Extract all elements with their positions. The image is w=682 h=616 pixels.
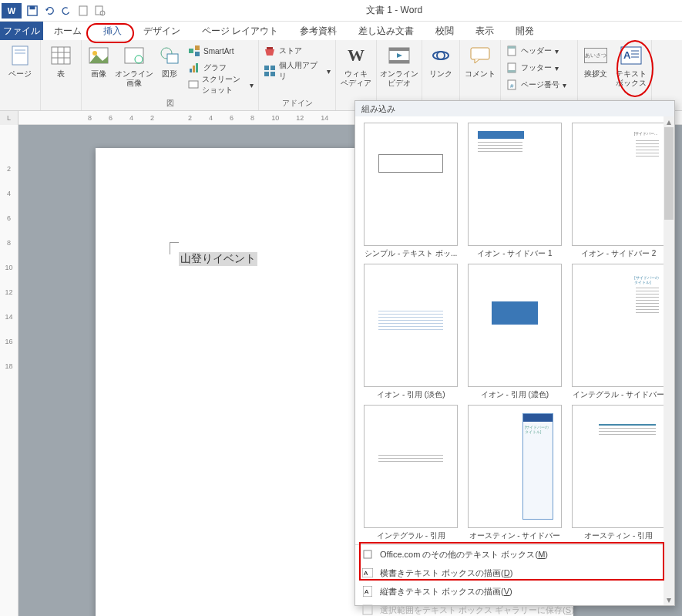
shapes-label: 図形 <box>162 69 177 79</box>
svg-rect-38 <box>508 46 516 49</box>
quick-access-toolbar <box>26 5 106 17</box>
tab-view[interactable]: 表示 <box>465 22 505 40</box>
svg-rect-27 <box>264 66 269 70</box>
ruler-mark: 12 <box>5 288 12 296</box>
tab-layout[interactable]: ページ レイアウト <box>191 22 289 40</box>
greeting-icon: あいさつ <box>583 43 608 68</box>
draw-horizontal-textbox-button[interactable]: A 横書きテキスト ボックスの描画(D) <box>355 564 674 582</box>
group-addins: ストア 個人用アプリ ▾ アドイン <box>259 40 336 110</box>
wikipedia-button[interactable]: W ウィキ ペディア <box>341 43 371 88</box>
tab-file[interactable]: ファイル <box>0 22 43 40</box>
textbox-button[interactable]: A テキスト ボックス <box>616 43 647 88</box>
tab-home[interactable]: ホーム <box>43 22 92 40</box>
save-selection-button[interactable]: 選択範囲をテキスト ボックス ギャラリーに保存(S) <box>355 601 674 616</box>
link-label: リンク <box>429 69 452 79</box>
tab-review[interactable]: 校閲 <box>425 22 465 40</box>
document-body-text[interactable]: 山登りイベント <box>179 252 257 266</box>
gallery-item-ion-sidebar1[interactable]: イオン - サイドバー 1 <box>465 123 565 259</box>
myapps-button[interactable]: 個人用アプリ ▾ <box>264 63 331 79</box>
picture-button[interactable]: 画像 <box>86 43 111 79</box>
gallery-item-ion-quote-light[interactable]: イオン - 引用 (淡色) <box>361 264 461 400</box>
gallery-item-integral-sidebar[interactable]: [サイドバーのタイトル] インテグラル - サイドバー <box>569 264 668 400</box>
gallery-scrollbar[interactable]: ▴ ▾ <box>664 116 674 605</box>
header-label: ヘッダー <box>521 45 552 56</box>
print-preview-icon[interactable] <box>94 5 106 17</box>
tab-mailings[interactable]: 差し込み文書 <box>348 22 425 40</box>
footer-button[interactable]: フッター ▾ <box>506 60 573 76</box>
save-selection-label: 選択範囲をテキスト ボックス ギャラリーに保存(S) <box>380 604 574 616</box>
footer-label: フッター <box>521 62 552 73</box>
svg-rect-6 <box>15 49 25 51</box>
header-button[interactable]: ヘッダー ▾ <box>506 43 573 59</box>
cursor-mark <box>170 242 179 243</box>
pagenum-label: ページ番号 <box>521 79 559 90</box>
redo-icon[interactable] <box>60 5 72 17</box>
textbox-label: テキスト ボックス <box>616 69 647 88</box>
online-picture-button[interactable]: オンライン 画像 <box>117 43 151 88</box>
tab-references[interactable]: 参考資料 <box>289 22 348 40</box>
svg-rect-24 <box>196 63 198 72</box>
svg-rect-36 <box>471 48 489 59</box>
myapps-icon <box>264 65 276 77</box>
tab-design[interactable]: デザイン <box>133 22 191 40</box>
gallery-item-ion-sidebar2[interactable]: [サイドバー... イオン - サイドバー 2 <box>569 123 668 259</box>
draw-vertical-textbox-button[interactable]: A 縦書きテキスト ボックスの描画(V) <box>355 582 674 601</box>
header-icon <box>506 45 518 57</box>
svg-rect-20 <box>195 45 200 50</box>
tab-developer[interactable]: 開発 <box>505 22 545 40</box>
gallery-item-austin-sidebar[interactable]: [サイドバーのタイトル] オースティン - サイドバー <box>465 405 565 541</box>
svg-rect-18 <box>167 54 178 63</box>
screenshot-label: スクリーンショット <box>202 74 247 96</box>
screenshot-button[interactable]: スクリーンショット ▾ <box>188 77 254 93</box>
svg-text:A: A <box>365 588 369 595</box>
chart-button[interactable]: グラフ <box>188 60 254 76</box>
table-button[interactable]: 表 <box>45 43 76 79</box>
ruler-mark: 10 <box>5 264 12 271</box>
ruler-corner: L <box>0 111 18 125</box>
gallery-item-ion-quote-dark[interactable]: イオン - 引用 (濃色) <box>465 264 565 400</box>
ruler-mark: 6 <box>230 114 233 122</box>
svg-rect-30 <box>270 72 275 76</box>
scrollbar-thumb[interactable] <box>664 127 674 220</box>
new-doc-icon[interactable] <box>77 5 89 17</box>
save-icon[interactable] <box>26 5 39 17</box>
ruler-mark: 14 <box>321 114 328 122</box>
shapes-button[interactable]: 図形 <box>157 43 182 79</box>
gallery-item-austin-quote[interactable]: オースティン - 引用 <box>569 405 668 541</box>
svg-text:#: # <box>510 82 514 89</box>
video-icon <box>387 43 412 68</box>
picture-label: 画像 <box>91 69 106 79</box>
store-icon <box>264 45 276 57</box>
shapes-icon <box>157 43 182 68</box>
chart-icon <box>188 62 200 74</box>
svg-rect-29 <box>264 72 269 76</box>
gallery-grid: シンプル - テキスト ボッ... イオン - サイドバー 1 [サイドバー..… <box>355 116 674 544</box>
svg-rect-8 <box>52 47 70 64</box>
svg-rect-21 <box>195 52 200 56</box>
picture-icon <box>86 43 111 68</box>
greeting-button[interactable]: あいさつ 挨拶文 <box>583 43 610 79</box>
undo-icon[interactable] <box>43 5 55 17</box>
textbox-v-icon: A <box>361 585 374 597</box>
more-from-office-button[interactable]: Office.com のその他のテキスト ボックス(M) <box>355 545 674 564</box>
ruler-mark: 4 <box>209 114 213 122</box>
tab-insert[interactable]: 挿入 <box>92 22 133 40</box>
draw-h-label: 横書きテキスト ボックスの描画(D) <box>380 567 512 579</box>
save-gallery-icon <box>361 604 374 616</box>
gallery-item-integral-quote[interactable]: インテグラル - 引用 <box>361 405 461 541</box>
link-button[interactable]: リンク <box>427 43 455 79</box>
smartart-button[interactable]: SmartArt <box>188 43 254 59</box>
chart-label: グラフ <box>203 62 227 73</box>
store-button[interactable]: ストア <box>264 43 331 59</box>
svg-rect-1 <box>30 5 35 8</box>
pagenum-button[interactable]: #ページ番号 ▾ <box>506 77 573 93</box>
gallery-item-label: インテグラル - 引用 <box>364 530 458 541</box>
table-label: 表 <box>57 69 65 79</box>
pages-button[interactable]: ページ <box>5 43 35 79</box>
gallery-item-simple[interactable]: シンプル - テキスト ボッ... <box>361 123 461 259</box>
comment-button[interactable]: コメント <box>465 43 496 79</box>
window-title: 文書 1 - Word <box>106 4 682 17</box>
ruler-mark: 2 <box>7 165 11 173</box>
online-video-button[interactable]: オンライン ビデオ <box>381 43 417 88</box>
gallery-item-label: イオン - サイドバー 1 <box>468 248 562 259</box>
